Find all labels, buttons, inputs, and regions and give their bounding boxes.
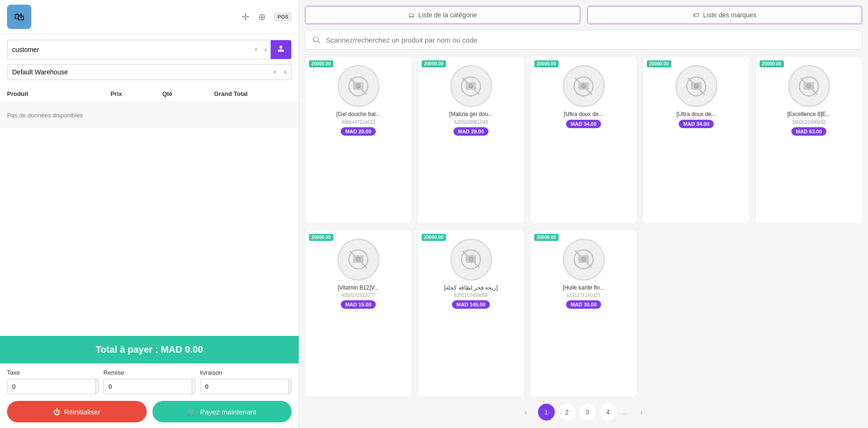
col-total: Grand Total: [214, 90, 292, 97]
product-card[interactable]: 20000.00 [Huile karité flo... 6111271140…: [530, 230, 637, 398]
right-top-buttons: 🗂 Liste de la catégorie 🏷 Liste des marq…: [305, 6, 862, 24]
search-input[interactable]: [326, 36, 855, 44]
product-name: [Ultra doux de...: [564, 111, 603, 118]
product-price: MAD 145.00: [452, 300, 490, 309]
pos-badge: POS: [274, 13, 292, 21]
footer-labels: Taxe Remise livraison: [7, 369, 292, 376]
reset-label: Réinitialiser: [64, 408, 100, 416]
product-card[interactable]: 20000.00 [Gel douche bal... 406644723463…: [305, 56, 412, 224]
warehouse-clear-button[interactable]: ×: [270, 68, 280, 76]
customer-input[interactable]: [7, 42, 251, 57]
product-card[interactable]: 20000.00 [ريحة فخر لطافة كحلة] 629110745…: [417, 230, 524, 398]
reset-icon: ⏻: [53, 408, 60, 416]
category-label: Liste de la catégorie: [418, 11, 477, 19]
logo-area: 🛍: [7, 5, 31, 29]
customer-user-button[interactable]: [271, 40, 291, 59]
page-2-button[interactable]: 2: [559, 404, 575, 421]
svg-point-14: [582, 84, 585, 87]
user-icon: [277, 45, 285, 52]
order-table: Produit Prix Qté Grand Total Pas de donn…: [0, 86, 299, 336]
product-name: [Vitamin B12]V...: [337, 284, 379, 292]
product-badge: 20000.00: [534, 234, 559, 241]
product-price: MAD 34.00: [679, 120, 714, 128]
table-header: Produit Prix Qté Grand Total: [0, 86, 299, 102]
product-image: [788, 65, 830, 107]
page-1-button[interactable]: 1: [538, 404, 555, 421]
product-badge: 20000.00: [760, 60, 784, 67]
product-badge: 20000.00: [309, 234, 333, 241]
product-image: [337, 239, 380, 281]
customer-clear-button[interactable]: ×: [251, 46, 261, 53]
reset-button[interactable]: ⏻ Réinitialiser: [7, 401, 147, 422]
col-price: Prix: [110, 90, 162, 97]
products-grid: 20000.00 [Gel douche bal... 406644723463…: [305, 56, 862, 397]
product-card[interactable]: 20000.00 [Malizia gel dou... 52850099610…: [417, 56, 524, 224]
customer-row: × ∨: [7, 40, 292, 59]
warehouse-input[interactable]: [7, 65, 270, 80]
discount-input-group: MAD: [103, 379, 195, 394]
svg-point-4: [357, 84, 360, 87]
product-badge: 20000.00: [422, 234, 446, 241]
svg-point-19: [695, 84, 698, 87]
page-4-button[interactable]: 4: [600, 404, 617, 421]
product-barcode: 4066447234633: [341, 120, 375, 125]
product-image: [337, 65, 380, 107]
product-badge: 20000.00: [309, 60, 333, 67]
left-header: 🛍 ✛ ⊕ POS: [0, 0, 299, 34]
pay-button[interactable]: 🛒 Payez maintenant: [152, 401, 292, 422]
product-barcode: 6291107456058: [454, 293, 488, 298]
brands-icon: 🏷: [693, 11, 699, 19]
next-page-button[interactable]: ›: [633, 404, 650, 421]
left-panel: 🛍 ✛ ⊕ POS × ∨ × ∨ Produit Prix Qté: [0, 0, 299, 428]
tax-input[interactable]: [7, 379, 95, 394]
globe-icon[interactable]: ⊕: [258, 11, 266, 22]
svg-point-39: [582, 258, 585, 261]
product-image: [450, 239, 492, 281]
discount-input[interactable]: [104, 379, 192, 394]
product-image: [563, 239, 605, 281]
page-3-button[interactable]: 3: [579, 404, 596, 421]
right-panel: 🗂 Liste de la catégorie 🏷 Liste des marq…: [299, 0, 868, 428]
product-price: MAD 20.00: [341, 127, 376, 136]
footer-inputs: % MAD MAD: [7, 379, 292, 394]
app-logo: 🛍: [7, 5, 31, 29]
customer-chevron-button[interactable]: ∨: [261, 46, 271, 53]
col-product: Produit: [7, 90, 110, 97]
product-badge: 20000.00: [422, 60, 446, 67]
product-image: [450, 65, 492, 107]
product-image: [675, 65, 717, 107]
product-barcode: 6111271140327: [567, 293, 600, 298]
category-list-button[interactable]: 🗂 Liste de la catégorie: [305, 6, 581, 24]
footer-section: Taxe Remise livraison % MAD MAD ⏻ Réinit…: [0, 363, 299, 428]
table-empty-message: Pas de données disponibles: [0, 102, 299, 128]
product-card[interactable]: 20000.00 [Ultra doux de... MAD 34.00: [530, 56, 637, 224]
discount-label: Remise: [103, 369, 195, 376]
product-image: [563, 65, 605, 107]
move-icon[interactable]: ✛: [242, 11, 250, 22]
pagination: ‹ 1 2 3 4 ... ›: [305, 397, 862, 422]
logo-icon: 🛍: [14, 11, 24, 23]
warehouse-chevron-button[interactable]: ∨: [280, 69, 291, 75]
product-name: [Huile karité flo...: [563, 284, 604, 292]
product-badge: 20000.00: [534, 60, 559, 67]
svg-point-24: [808, 84, 811, 87]
left-controls: × ∨ × ∨: [0, 34, 299, 86]
prev-page-button[interactable]: ‹: [517, 404, 534, 421]
product-name: [Malizia gel dou...: [449, 111, 493, 118]
product-barcode: 5285009961049: [454, 120, 488, 125]
product-name: [Gel douche bal...: [336, 111, 380, 118]
product-barcode: 3600522490432: [792, 120, 825, 125]
delivery-suffix: MAD: [288, 379, 292, 394]
delivery-input-group: MAD: [200, 379, 292, 394]
product-name: [Excellence 8]E...: [787, 111, 831, 118]
product-price: MAD 34.00: [566, 120, 602, 128]
product-card[interactable]: 20000.00 [Ultra doux de... MAD 34.00: [643, 56, 750, 224]
product-card[interactable]: 20000.00 [Vitamin B12]V... 4058172922077…: [305, 230, 412, 398]
delivery-input[interactable]: [201, 379, 288, 394]
discount-suffix: MAD: [192, 379, 195, 394]
svg-point-9: [470, 84, 473, 87]
pagination-dots: ...: [620, 408, 630, 416]
product-card[interactable]: 20000.00 [Excellence 8]E... 360052249043…: [755, 56, 862, 224]
brands-list-button[interactable]: 🏷 Liste des marques: [587, 6, 863, 24]
action-buttons: ⏻ Réinitialiser 🛒 Payez maintenant: [7, 401, 292, 422]
